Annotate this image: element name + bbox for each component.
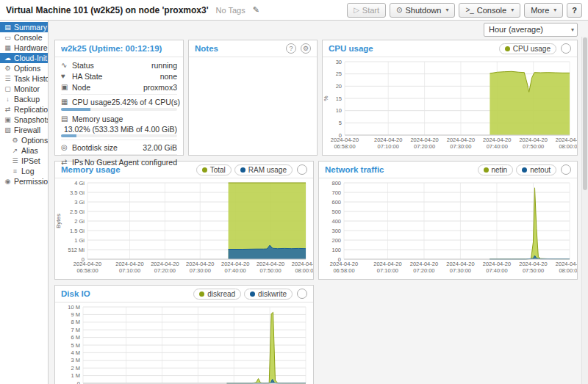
legend-item[interactable]: diskread xyxy=(193,289,241,300)
chart-reset-zoom-icon[interactable] xyxy=(561,164,571,175)
sidebar-item-monitor[interactable]: ▢Monitor xyxy=(0,84,48,94)
sidebar-item-label: Options xyxy=(14,64,40,73)
memory-chart-legend: TotalRAM usage xyxy=(193,164,293,175)
vertical-scrollbar[interactable] xyxy=(581,37,588,384)
sidebar-item-options[interactable]: ⚙Options xyxy=(0,135,48,145)
vm-status-panel: w2k25 (Uptime: 00:12:19) ∿ Status runnin… xyxy=(54,40,184,156)
divider xyxy=(61,154,177,155)
sidebar: ▤Summary▭Console▦Hardware☁Cloud-Init⚙Opt… xyxy=(0,21,49,384)
sidebar-item-label: Monitor xyxy=(14,84,40,93)
svg-text:2024-04-2008:00:00: 2024-04-2008:00:00 xyxy=(292,261,313,274)
sidebar-item-cloud-init[interactable]: ☁Cloud-Init xyxy=(0,53,48,63)
top-header-bar: Virtual Machine 101 (w2k25) on node 'pro… xyxy=(0,0,588,21)
svg-text:2024-04-2007:40:00: 2024-04-2007:40:00 xyxy=(483,137,511,150)
disk-io-chart-title: Disk IO xyxy=(61,289,190,298)
svg-text:2024-04-2006:58:00: 2024-04-2006:58:00 xyxy=(74,261,101,274)
svg-text:25: 25 xyxy=(336,70,342,77)
console-button-label: Console xyxy=(477,6,506,15)
sidebar-item-label: Replication xyxy=(14,105,48,114)
svg-text:2024-04-2007:30:00: 2024-04-2007:30:00 xyxy=(447,137,475,150)
legend-item[interactable]: diskwrite xyxy=(244,289,293,300)
svg-text:500: 500 xyxy=(331,209,341,215)
legend-label: netin xyxy=(492,166,508,174)
sidebar-item-snapshots[interactable]: ▣Snapshots xyxy=(0,115,48,125)
svg-text:8 M: 8 M xyxy=(71,319,80,325)
svg-text:600: 600 xyxy=(331,199,341,206)
edit-notes-gear-icon[interactable]: ⚙ xyxy=(301,43,311,54)
sidebar-item-label: Summary xyxy=(14,23,47,32)
ips-value: No Guest Agent configured xyxy=(85,158,177,167)
legend-item[interactable]: CPU usage xyxy=(499,43,556,54)
sidebar-item-permissions[interactable]: ◉Permissions xyxy=(0,176,48,186)
svg-text:2024-04-2006:58:00: 2024-04-2006:58:00 xyxy=(330,261,358,274)
sidebar-item-options[interactable]: ⚙Options xyxy=(0,63,48,73)
status-value: running xyxy=(151,61,177,70)
legend-item[interactable]: netout xyxy=(516,164,556,175)
svg-text:2 Gi: 2 Gi xyxy=(74,218,85,225)
legend-label: CPU usage xyxy=(513,45,551,53)
cpu-chip-icon: ▦ xyxy=(61,98,72,106)
help-button[interactable]: ? xyxy=(567,3,582,18)
memory-usage-label: Memory usage xyxy=(72,115,177,123)
chart-reset-zoom-icon[interactable] xyxy=(561,43,571,54)
sidebar-item-firewall[interactable]: ▧Firewall xyxy=(0,125,48,135)
sidebar-item-backup[interactable]: ↓Backup xyxy=(0,94,48,104)
sidebar-item-ipset[interactable]: ☰IPSet xyxy=(0,156,48,166)
sidebar-item-alias[interactable]: ↗Alias xyxy=(0,145,48,156)
legend-item[interactable]: netin xyxy=(478,164,514,175)
log-icon: ≡ xyxy=(11,167,19,175)
svg-text:700: 700 xyxy=(331,189,341,196)
edit-tags-icon[interactable]: ✎ xyxy=(253,5,259,15)
legend-label: RAM usage xyxy=(248,166,287,174)
console-icon: ▭ xyxy=(4,34,12,41)
memory-usage-chart-panel: Memory usage TotalRAM usage 0512 Mi1 Gi1… xyxy=(54,161,314,280)
terminal-icon: >_ xyxy=(465,6,473,14)
notes-body[interactable] xyxy=(189,57,317,155)
chevron-down-icon: ▾ xyxy=(511,7,514,13)
sidebar-item-label: IPSet xyxy=(21,156,40,165)
svg-text:4 M: 4 M xyxy=(71,349,80,356)
start-button[interactable]: ▷ Start xyxy=(347,3,386,18)
ha-state-row: ♥ HA State none xyxy=(55,70,183,81)
legend-dot-icon xyxy=(250,291,255,297)
cpu-usage-chart-panel: CPU usage CPU usage 0510152025302024-04-… xyxy=(322,40,578,156)
sidebar-item-task-history[interactable]: ☰Task History xyxy=(0,73,48,84)
sidebar-item-replication[interactable]: ⇄Replication xyxy=(0,104,48,115)
divider xyxy=(61,94,177,95)
sidebar-item-log[interactable]: ≡Log xyxy=(0,166,48,176)
shutdown-button[interactable]: ⊙ Shutdown ▾ xyxy=(390,3,455,18)
svg-text:800: 800 xyxy=(331,180,341,186)
sidebar-item-label: Options xyxy=(21,136,48,145)
console-button[interactable]: >_ Console ▾ xyxy=(459,3,520,18)
network-chart-title: Network traffic xyxy=(325,165,475,174)
tags-label: No Tags xyxy=(216,6,245,15)
legend-dot-icon xyxy=(240,167,245,173)
svg-text:200: 200 xyxy=(331,237,341,244)
scrollbar-thumb[interactable] xyxy=(583,37,587,190)
help-circle-icon[interactable]: ? xyxy=(286,43,296,54)
cpu-chart-title: CPU usage xyxy=(329,44,496,53)
legend-dot-icon xyxy=(522,167,527,173)
cpu-usage-label: CPU usage xyxy=(72,98,112,106)
help-icon: ? xyxy=(572,6,577,15)
memory-progress-bar xyxy=(61,134,177,137)
permissions-icon: ◉ xyxy=(4,178,12,185)
svg-text:1 M: 1 M xyxy=(71,372,80,379)
svg-text:300: 300 xyxy=(331,228,341,234)
chart-reset-zoom-icon[interactable] xyxy=(297,289,307,299)
node-value: proxmox3 xyxy=(143,83,177,92)
disk-io-chart-panel: Disk IO diskreaddiskwrite 01 M2 M3 M4 M5… xyxy=(54,285,314,384)
legend-item[interactable]: Total xyxy=(196,164,232,175)
sidebar-item-console[interactable]: ▭Console xyxy=(0,32,48,43)
time-range-select[interactable]: Hour (average) ▾ xyxy=(484,23,578,37)
svg-text:3 M: 3 M xyxy=(71,357,80,363)
shutdown-button-label: Shutdown xyxy=(405,6,441,15)
cpu-progress-bar xyxy=(61,108,177,111)
sidebar-item-hardware[interactable]: ▦Hardware xyxy=(0,43,48,53)
sidebar-item-label: Alias xyxy=(21,146,38,155)
sidebar-item-summary[interactable]: ▤Summary xyxy=(0,22,48,32)
chart-reset-zoom-icon[interactable] xyxy=(297,164,307,175)
svg-text:2024-04-2007:40:00: 2024-04-2007:40:00 xyxy=(483,261,511,274)
more-button[interactable]: More ▾ xyxy=(524,3,563,18)
legend-item[interactable]: RAM usage xyxy=(234,164,293,175)
